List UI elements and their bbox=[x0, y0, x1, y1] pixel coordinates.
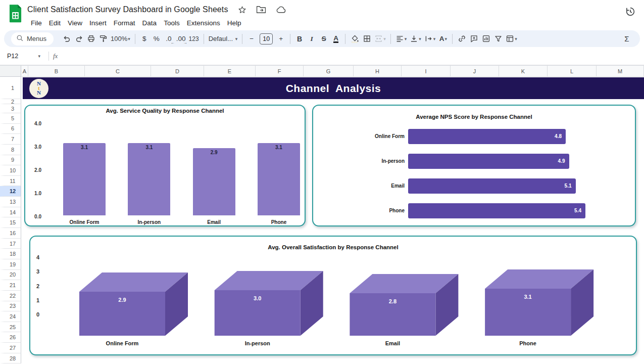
row-header-8[interactable]: 8 bbox=[0, 145, 21, 155]
table-views-button[interactable]: ▾ bbox=[504, 32, 519, 46]
row-header-3[interactable]: 3 bbox=[0, 104, 21, 113]
row-header-1[interactable]: 1 bbox=[0, 77, 21, 99]
vertical-align-button[interactable]: ▾ bbox=[408, 32, 423, 46]
borders-button[interactable] bbox=[361, 32, 373, 46]
document-title[interactable]: Client Satisfaction Survey Dashboard in … bbox=[27, 5, 228, 14]
fill-color-button[interactable] bbox=[349, 32, 361, 46]
merge-cells-button[interactable]: ▾ bbox=[373, 32, 387, 46]
column-header-E[interactable]: E bbox=[204, 65, 256, 77]
strikethrough-button[interactable]: S bbox=[318, 32, 330, 46]
decrease-font-size-button[interactable]: − bbox=[245, 32, 258, 46]
format-percent-button[interactable]: % bbox=[151, 32, 163, 46]
bold-button[interactable]: B bbox=[293, 32, 306, 46]
search-menus-label: Menus bbox=[27, 35, 46, 42]
create-filter-button[interactable] bbox=[492, 32, 504, 46]
row-header-19[interactable]: 19 bbox=[0, 259, 21, 270]
row-header-26[interactable]: 26 bbox=[0, 332, 21, 343]
column-header-J[interactable]: J bbox=[451, 65, 499, 77]
menu-file[interactable]: File bbox=[27, 18, 45, 28]
row-header-2[interactable]: 2 bbox=[0, 99, 21, 104]
menu-extensions[interactable]: Extensions bbox=[183, 18, 224, 28]
text-wrapping-button[interactable]: ▾ bbox=[423, 32, 437, 46]
row-header-17[interactable]: 17 bbox=[0, 239, 21, 249]
search-menus-button[interactable]: Menus bbox=[11, 32, 54, 46]
menu-insert[interactable]: Insert bbox=[86, 18, 110, 28]
column-header-I[interactable]: I bbox=[402, 65, 451, 77]
column-header-L[interactable]: L bbox=[548, 65, 597, 77]
row-header-14[interactable]: 14 bbox=[0, 207, 21, 218]
chevron-down-icon: ▾ bbox=[419, 36, 421, 41]
column-header-F[interactable]: F bbox=[256, 65, 304, 77]
move-folder-icon[interactable] bbox=[256, 6, 266, 14]
row-header-16[interactable]: 16 bbox=[0, 228, 21, 239]
insert-link-button[interactable] bbox=[456, 32, 468, 46]
row-header-15[interactable]: 15 bbox=[0, 217, 21, 228]
more-formats-button[interactable]: 123 bbox=[187, 32, 201, 46]
functions-button[interactable]: Σ bbox=[621, 32, 633, 46]
increase-font-size-button[interactable]: + bbox=[275, 32, 287, 46]
insert-chart-button[interactable] bbox=[480, 32, 492, 46]
undo-button[interactable] bbox=[61, 32, 73, 46]
column-header-B[interactable]: B bbox=[28, 65, 85, 77]
formula-input[interactable] bbox=[58, 48, 644, 65]
row-header-6[interactable]: 6 bbox=[0, 124, 21, 134]
menu-view[interactable]: View bbox=[64, 18, 86, 28]
row-header-18[interactable]: 18 bbox=[0, 249, 21, 259]
row-header-10[interactable]: 10 bbox=[0, 165, 21, 176]
row-header-13[interactable]: 13 bbox=[0, 197, 21, 207]
row-header-28[interactable]: 28 bbox=[0, 353, 21, 364]
column-header-M[interactable]: M bbox=[597, 65, 644, 77]
column-header-D[interactable]: D bbox=[151, 65, 204, 77]
bar-value-label: 3.0 bbox=[254, 295, 261, 301]
row-header-21[interactable]: 21 bbox=[0, 280, 21, 291]
redo-button[interactable] bbox=[73, 32, 85, 46]
horizontal-align-button[interactable]: ▾ bbox=[394, 32, 409, 46]
paint-format-button[interactable] bbox=[97, 32, 109, 46]
decrease-decimal-button[interactable]: .0 ← bbox=[163, 32, 175, 46]
column-header-K[interactable]: K bbox=[499, 65, 548, 77]
select-all-corner[interactable] bbox=[0, 65, 21, 77]
row-header-24[interactable]: 24 bbox=[0, 311, 21, 322]
star-icon[interactable] bbox=[238, 6, 246, 14]
name-box[interactable]: P12 ▾ bbox=[0, 53, 44, 60]
sheets-app-icon[interactable] bbox=[9, 4, 22, 25]
row-header-20[interactable]: 20 bbox=[0, 270, 21, 281]
row-header-7[interactable]: 7 bbox=[0, 134, 21, 145]
column-header-C[interactable]: C bbox=[85, 65, 151, 77]
cloud-status-icon[interactable] bbox=[276, 6, 287, 14]
column-header-A[interactable]: A bbox=[21, 65, 28, 77]
chart-service-quality[interactable]: Avg. Service Quality by Response Channel… bbox=[24, 105, 306, 226]
toolbar: Menus 100% ▾ $ % .0 ← .00 → 123 bbox=[4, 30, 640, 47]
row-header-5[interactable]: 5 bbox=[0, 113, 21, 124]
spreadsheet-canvas[interactable]: N t N Channel Analysis Avg. Service Qual… bbox=[21, 77, 644, 364]
font-size-input[interactable]: 10 bbox=[260, 33, 273, 44]
version-history-icon[interactable] bbox=[625, 6, 636, 19]
chart-nps-score[interactable]: Average NPS Score by Response Channel On… bbox=[312, 105, 636, 226]
format-currency-button[interactable]: $ bbox=[138, 32, 151, 46]
bar-row-email: Email5.1 bbox=[313, 178, 635, 194]
menu-help[interactable]: Help bbox=[224, 18, 245, 28]
row-header-23[interactable]: 23 bbox=[0, 301, 21, 312]
zoom-select[interactable]: 100% ▾ bbox=[109, 32, 132, 46]
chevron-down-icon: ▾ bbox=[433, 36, 436, 41]
font-family-select[interactable]: Defaul... ▾ bbox=[207, 32, 239, 46]
menu-edit[interactable]: Edit bbox=[45, 18, 64, 28]
row-header-9[interactable]: 9 bbox=[0, 155, 21, 166]
print-button[interactable] bbox=[85, 32, 97, 46]
text-rotation-button[interactable]: A ▾ bbox=[437, 32, 449, 46]
insert-comment-button[interactable] bbox=[468, 32, 480, 46]
increase-decimal-button[interactable]: .00 → bbox=[175, 32, 187, 46]
row-header-25[interactable]: 25 bbox=[0, 322, 21, 333]
text-color-button[interactable]: A bbox=[330, 32, 342, 46]
column-header-G[interactable]: G bbox=[304, 65, 354, 77]
menu-format[interactable]: Format bbox=[110, 18, 139, 28]
column-header-H[interactable]: H bbox=[354, 65, 402, 77]
italic-button[interactable]: I bbox=[306, 32, 318, 46]
row-header-12[interactable]: 12 bbox=[0, 186, 21, 197]
menu-data[interactable]: Data bbox=[139, 18, 161, 28]
chart-overall-satisfaction[interactable]: Avg. Overall Satisfaction by Response Ch… bbox=[29, 236, 637, 355]
row-header-22[interactable]: 22 bbox=[0, 291, 21, 301]
row-header-27[interactable]: 27 bbox=[0, 343, 21, 353]
menu-tools[interactable]: Tools bbox=[160, 18, 183, 28]
row-header-11[interactable]: 11 bbox=[0, 176, 21, 187]
